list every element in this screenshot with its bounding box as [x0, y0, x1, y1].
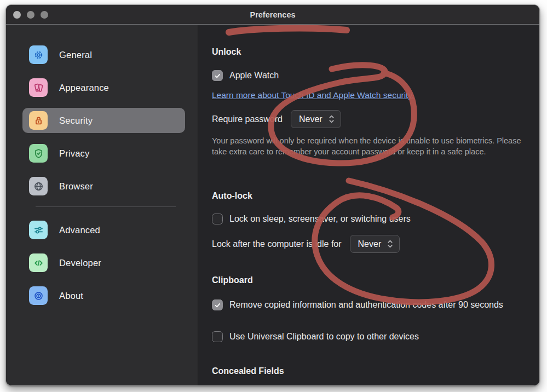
universal-clipboard-row: Use Universal Clipboard to copy to other… [212, 331, 419, 343]
sidebar-item-label: Advanced [59, 225, 100, 235]
lock-on-sleep-label: Lock on sleep, screensaver, or switching… [229, 213, 411, 225]
auto-lock-heading: Auto-lock [212, 191, 252, 201]
learn-more-link[interactable]: Learn more about Touch ID and Apple Watc… [212, 90, 414, 100]
idle-lock-label: Lock after the computer is idle for [212, 239, 342, 249]
shield-check-icon [29, 144, 48, 163]
sidebar-item-label: Privacy [59, 148, 90, 159]
concentric-circles-icon [29, 286, 48, 305]
code-icon [29, 253, 48, 272]
sidebar-item-about[interactable]: About [22, 283, 185, 308]
globe-icon [29, 177, 48, 195]
require-password-row: Require password Never [212, 110, 341, 128]
sidebar-item-appearance[interactable]: Appearance [22, 75, 185, 100]
sidebar-item-browser[interactable]: Browser [22, 174, 185, 199]
gear-icon [29, 45, 48, 64]
check-icon [214, 302, 221, 309]
palette-icon [29, 78, 48, 97]
sidebar-item-developer[interactable]: Developer [22, 250, 185, 275]
clipboard-heading: Clipboard [212, 275, 253, 285]
lock-icon [29, 111, 48, 130]
universal-clipboard-checkbox[interactable] [212, 331, 223, 342]
sidebar-item-label: Appearance [59, 83, 109, 93]
sidebar: General Appearance Security Privacy [6, 25, 198, 385]
sidebar-item-privacy[interactable]: Privacy [22, 141, 185, 166]
require-password-label: Require password [212, 114, 283, 124]
universal-clipboard-label: Use Universal Clipboard to copy to other… [229, 331, 419, 343]
sidebar-item-label: Browser [59, 181, 93, 192]
idle-lock-row: Lock after the computer is idle for Neve… [212, 235, 400, 253]
apple-watch-label: Apple Watch [229, 70, 279, 82]
sliders-icon [29, 221, 48, 239]
password-note: Your password will only be required when… [212, 136, 525, 157]
require-password-dropdown[interactable]: Never [291, 110, 341, 128]
title-bar: Preferences [6, 5, 539, 25]
chevron-up-down-icon [387, 239, 393, 249]
preferences-window: Preferences General Appearance Se [5, 4, 540, 386]
unlock-heading: Unlock [212, 47, 241, 57]
lock-on-sleep-checkbox[interactable] [212, 214, 223, 224]
sidebar-item-label: Security [59, 116, 93, 126]
lock-on-sleep-row: Lock on sleep, screensaver, or switching… [212, 213, 411, 225]
sidebar-item-label: Developer [59, 258, 101, 268]
sidebar-divider [36, 206, 176, 207]
sidebar-item-security[interactable]: Security [22, 108, 185, 133]
remove-copied-checkbox[interactable] [212, 299, 223, 310]
security-settings-pane: Unlock Apple Watch Learn more about Touc… [199, 25, 539, 385]
window-title: Preferences [6, 10, 539, 19]
apple-watch-checkbox[interactable] [212, 70, 223, 81]
sidebar-item-label: General [59, 50, 92, 60]
require-password-value: Never [299, 114, 323, 124]
idle-lock-value: Never [358, 239, 382, 249]
sidebar-item-advanced[interactable]: Advanced [22, 217, 185, 243]
concealed-fields-heading: Concealed Fields [212, 366, 284, 376]
apple-watch-row: Apple Watch [212, 70, 279, 82]
sidebar-item-label: About [59, 291, 83, 301]
sidebar-item-general[interactable]: General [22, 42, 185, 67]
idle-lock-dropdown[interactable]: Never [350, 235, 400, 253]
remove-copied-label: Remove copied information and authentica… [229, 299, 503, 311]
check-icon [214, 72, 221, 79]
remove-copied-row: Remove copied information and authentica… [212, 299, 503, 311]
chevron-up-down-icon [329, 114, 335, 124]
